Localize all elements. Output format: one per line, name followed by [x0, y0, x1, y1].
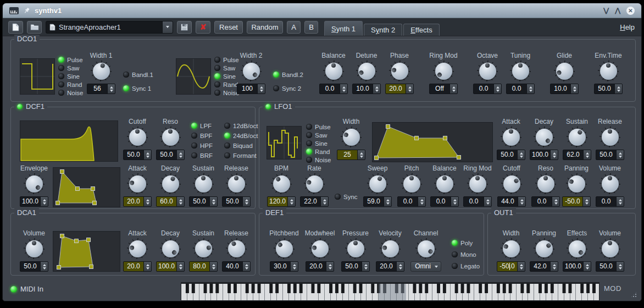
lfo1-decay-spinbox[interactable]: 100.0 [530, 150, 558, 160]
spin-arrows-icon[interactable] [143, 197, 151, 206]
spin-arrows-icon[interactable] [107, 84, 115, 94]
piano-keyboard[interactable] [181, 282, 599, 301]
spin-arrows-icon[interactable] [418, 197, 425, 206]
spin-arrows-icon[interactable] [517, 262, 525, 271]
dco1-glide-spinbox[interactable]: 10.0 [550, 84, 579, 94]
dca1-release-knob[interactable] [226, 238, 247, 259]
lfo1-balance-knob[interactable] [434, 173, 455, 194]
preset-combobox[interactable]: StrangeAproacher1 [46, 21, 173, 34]
spin-arrows-icon[interactable] [143, 150, 151, 160]
open-preset-button[interactable] [27, 21, 42, 34]
osc1-wave-display[interactable] [20, 58, 55, 95]
spin-arrows-icon[interactable] [362, 262, 369, 271]
tab-effects[interactable]: Effects [403, 24, 440, 36]
dco1-octave-knob[interactable] [477, 61, 498, 81]
spin-arrows-icon[interactable] [552, 197, 559, 206]
osc2-bandlimit-toggle[interactable]: Bandl.2 [273, 71, 303, 78]
lfo1-volume-knob[interactable] [599, 173, 620, 194]
spin-arrows-icon[interactable] [320, 197, 328, 206]
spin-arrows-icon[interactable] [257, 84, 265, 94]
lfo1-sustain-knob[interactable] [567, 127, 587, 147]
dco1-ringmod-knob[interactable] [433, 61, 454, 81]
spin-arrows-icon[interactable] [616, 197, 624, 206]
delete-preset-button[interactable]: ✘ [196, 21, 210, 34]
dco1-ringmod-spinbox[interactable]: Off [429, 84, 458, 94]
dco1-envtime-knob[interactable] [598, 61, 619, 81]
spin-arrows-icon[interactable] [449, 84, 457, 94]
out1-panning-knob[interactable] [534, 238, 554, 259]
lfo1-reso-spinbox[interactable]: 0.0 [531, 196, 560, 207]
dcf1-release-spinbox[interactable]: 50.0 [222, 196, 251, 207]
spin-arrows-icon[interactable] [550, 262, 558, 271]
lfo1-bpm-spinbox[interactable]: 120.0 [267, 196, 296, 207]
spin-arrows-icon[interactable] [614, 84, 622, 94]
lfo1-release-spinbox[interactable]: 50.0 [596, 150, 624, 160]
spin-arrows-icon[interactable] [526, 84, 534, 94]
dca1-attack-spinbox[interactable]: 20.0 [123, 261, 152, 272]
lfo1-panning-spinbox[interactable]: -50.0 [562, 196, 591, 207]
def1-velocity-knob[interactable] [380, 238, 401, 259]
def1-pitchbend-spinbox[interactable]: 30.0 [270, 261, 298, 272]
dca1-volume-knob[interactable] [24, 238, 45, 259]
lfo1-release-knob[interactable] [599, 127, 620, 147]
dco1-phase-knob[interactable] [389, 61, 410, 81]
close-icon[interactable]: ✕ [626, 7, 635, 15]
spin-arrows-icon[interactable] [484, 197, 491, 206]
dcf1-envelope-display[interactable] [53, 167, 120, 207]
swap-b-button[interactable]: B [304, 21, 318, 34]
spin-arrows-icon[interactable] [209, 197, 217, 206]
lfo1-volume-spinbox[interactable]: 0.0 [596, 196, 624, 207]
spin-arrows-icon[interactable] [326, 262, 334, 271]
spin-arrows-icon[interactable] [518, 197, 525, 206]
dcf1-reso-spinbox[interactable]: 50.0 [156, 150, 185, 160]
dco1-tuning-knob[interactable] [510, 61, 531, 81]
osc2-width-knob[interactable] [241, 61, 262, 81]
spin-arrows-icon[interactable] [176, 197, 184, 206]
dco1-detune-spinbox[interactable]: 10.0 [352, 84, 381, 94]
new-preset-button[interactable] [8, 21, 23, 34]
filter-curve-display[interactable] [20, 120, 118, 162]
spin-arrows-icon[interactable] [384, 197, 391, 206]
spin-arrows-icon[interactable] [550, 150, 558, 160]
spin-arrows-icon[interactable] [242, 197, 250, 206]
lfo1-shape-rand-radio[interactable]: Rand [306, 148, 330, 155]
osc1-sync-toggle[interactable]: Sync 1 [123, 85, 151, 92]
osc1-shape-sine-radio[interactable]: Sine [58, 73, 80, 80]
out1-effects-spinbox[interactable]: 100.0 [563, 261, 591, 272]
spin-arrows-icon[interactable] [493, 84, 501, 94]
maximize-icon[interactable]: ⋀ [615, 7, 620, 14]
dcf1-sustain-knob[interactable] [193, 173, 214, 194]
dca1-decay-knob[interactable] [160, 238, 181, 259]
help-button[interactable]: Help [620, 23, 635, 31]
lfo1-width-spinbox[interactable]: 25 [337, 150, 365, 160]
lfo1-shape-sine-radio[interactable]: Sine [306, 140, 327, 147]
out1-width-knob[interactable] [501, 238, 521, 259]
lfo1-pitch-knob[interactable] [401, 173, 422, 194]
dcf1-sustain-spinbox[interactable]: 50.0 [189, 196, 218, 207]
dcf1-slope-12dboct-radio[interactable]: 12dB/oct [224, 122, 258, 129]
def1-modwheel-spinbox[interactable]: 20.0 [306, 261, 334, 272]
dcf1-cutoff-knob[interactable] [127, 127, 148, 147]
lfo1-cutoff-spinbox[interactable]: 44.0 [497, 196, 526, 207]
dcf1-type-hpf-radio[interactable]: HPF [191, 142, 213, 149]
dcf1-cutoff-spinbox[interactable]: 50.0 [123, 150, 152, 160]
spin-arrows-icon[interactable] [396, 262, 404, 271]
dco1-balance-spinbox[interactable]: 0.0 [319, 84, 348, 94]
spin-arrows-icon[interactable] [176, 150, 184, 160]
dcf1-slope-24dboct-radio[interactable]: 24dB/oct [224, 132, 258, 139]
lfo1-rate-spinbox[interactable]: 22.0 [300, 196, 329, 207]
def1-keymode-poly-radio[interactable]: Poly [452, 239, 473, 246]
lfo1-led[interactable] [265, 104, 271, 109]
osc1-bandlimit-toggle[interactable]: Bandl.1 [123, 71, 153, 78]
def1-pressure-knob[interactable] [345, 238, 366, 259]
osc2-shape-sine-radio[interactable]: Sine [214, 73, 236, 80]
spin-arrows-icon[interactable] [517, 150, 525, 160]
lfo1-cutoff-knob[interactable] [501, 173, 522, 194]
spin-arrows-icon[interactable] [373, 84, 380, 94]
minimize-icon[interactable]: ⋁ [603, 7, 609, 14]
dcf1-type-lpf-radio[interactable]: LPF [191, 122, 212, 129]
dcf1-led[interactable] [17, 104, 23, 109]
spin-arrows-icon[interactable] [406, 84, 413, 94]
osc1-width-spinbox[interactable]: 56 [87, 84, 115, 94]
osc1-shape-rand-radio[interactable]: Rand [58, 81, 82, 88]
